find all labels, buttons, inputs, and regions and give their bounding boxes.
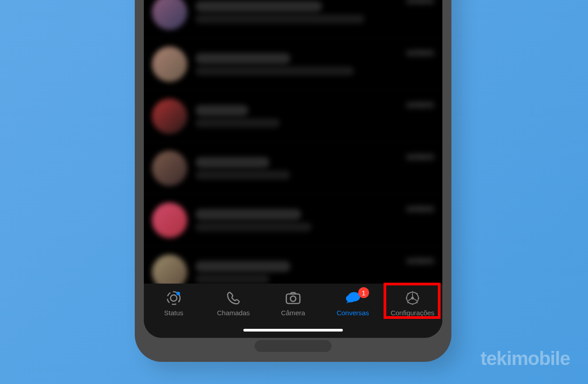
chat-content xyxy=(195,209,407,232)
chat-content xyxy=(195,53,407,76)
chat-time: ontem xyxy=(407,152,434,162)
tab-settings[interactable]: Configurações xyxy=(383,288,442,318)
svg-point-2 xyxy=(176,292,180,295)
chat-time: ontem xyxy=(407,0,434,6)
chat-preview xyxy=(195,119,280,128)
phone-icon xyxy=(225,290,242,306)
tab-calls-label: Chamadas xyxy=(217,309,250,317)
chat-row[interactable]: ontem xyxy=(144,0,442,38)
svg-point-4 xyxy=(290,296,296,302)
camera-icon xyxy=(285,290,301,306)
chat-content xyxy=(195,261,407,284)
avatar xyxy=(152,0,187,30)
chat-content xyxy=(195,157,407,180)
chat-name xyxy=(195,105,248,116)
tab-camera-label: Câmera xyxy=(281,309,305,317)
watermark: tekimobile xyxy=(480,348,570,370)
chat-list: ontemontemontemontemontemontem xyxy=(144,0,442,299)
unread-badge: 1 xyxy=(358,287,369,298)
chat-preview xyxy=(195,14,365,24)
chat-preview xyxy=(195,223,312,232)
chat-content xyxy=(195,1,407,24)
chat-row[interactable]: ontem xyxy=(144,38,442,90)
chat-preview xyxy=(195,171,290,180)
tab-chats[interactable]: 1 Conversas xyxy=(323,288,383,318)
avatar xyxy=(152,151,187,186)
svg-line-10 xyxy=(413,298,417,301)
avatar xyxy=(152,203,187,238)
chat-name xyxy=(195,209,301,220)
tab-status-label: Status xyxy=(164,309,184,317)
status-icon xyxy=(166,290,182,306)
chat-name xyxy=(195,1,322,12)
phone-screen: ontemontemontemontemontemontem Status xyxy=(144,0,442,338)
chat-time: ontem xyxy=(407,100,434,110)
tab-status[interactable]: Status xyxy=(144,288,204,318)
chat-row[interactable]: ontem xyxy=(144,194,442,247)
svg-line-18 xyxy=(417,293,417,294)
home-indicator[interactable] xyxy=(243,329,343,332)
chat-name xyxy=(195,53,290,64)
svg-point-1 xyxy=(171,295,177,301)
chat-content xyxy=(195,105,407,128)
phone-speaker xyxy=(255,340,332,352)
tab-settings-label: Configurações xyxy=(391,309,435,317)
chat-time: ontem xyxy=(407,256,434,266)
chat-preview xyxy=(195,66,354,76)
tab-chats-label: Conversas xyxy=(337,309,369,317)
chat-name xyxy=(195,261,290,272)
svg-line-16 xyxy=(408,293,408,294)
phone-frame: ontemontemontemontemontemontem Status xyxy=(135,0,451,362)
avatar xyxy=(152,99,187,134)
chat-name xyxy=(195,157,270,168)
chat-row[interactable]: ontem xyxy=(144,142,442,194)
chat-preview xyxy=(195,275,270,284)
gear-icon xyxy=(404,290,421,306)
tab-calls[interactable]: Chamadas xyxy=(204,288,263,318)
svg-line-19 xyxy=(408,302,408,303)
svg-line-11 xyxy=(408,298,413,301)
chat-time: ontem xyxy=(407,47,434,58)
svg-line-17 xyxy=(417,302,417,303)
svg-point-6 xyxy=(346,294,356,302)
avatar xyxy=(152,47,187,82)
chat-time: ontem xyxy=(407,204,434,214)
chat-row[interactable]: ontem xyxy=(144,90,442,142)
tab-camera[interactable]: Câmera xyxy=(263,288,323,318)
